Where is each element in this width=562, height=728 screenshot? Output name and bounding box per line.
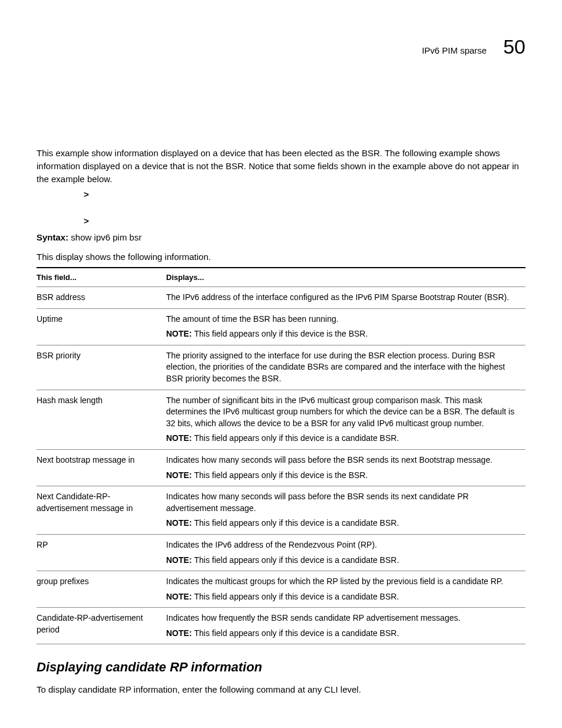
note-label: NOTE: (166, 518, 194, 528)
table-row: BSR priorityThe priority assigned to the… (37, 345, 525, 390)
running-header: IPv6 PIM sparse (422, 45, 487, 55)
syntax-line: Syntax: show ipv6 pim bsr (37, 232, 525, 242)
field-description: Indicates how many seconds will pass bef… (166, 486, 525, 535)
field-description: Indicates how frequently the BSR sends c… (166, 608, 525, 644)
field-description: The amount of time the BSR has been runn… (166, 308, 525, 345)
table-row: BSR addressThe IPv6 address of the inter… (37, 287, 525, 309)
table-row: group prefixesIndicates the multicast gr… (37, 571, 525, 608)
note-text: This field appears only if this device i… (194, 592, 399, 601)
description-text: The amount of time the BSR has been runn… (166, 314, 520, 325)
note-line: NOTE: This field appears only if this de… (166, 470, 520, 482)
note-label: NOTE: (166, 329, 194, 338)
syntax-command: show ipv6 pim bsr (71, 232, 141, 242)
field-description: The priority assigned to the interface f… (166, 345, 525, 390)
col-header-field: This field... (37, 268, 166, 287)
description-text: The priority assigned to the interface f… (166, 350, 520, 385)
intro-paragraph: This example show information displayed … (37, 147, 525, 185)
page-number: 50 (503, 35, 525, 58)
note-text: This field appears only if this device i… (194, 518, 399, 528)
description-text: The number of significant bits in the IP… (166, 395, 520, 430)
field-name: Uptime (37, 308, 166, 345)
table-row: Hash mask lengthThe number of significan… (37, 390, 525, 449)
field-name: RP (37, 534, 166, 571)
note-line: NOTE: This field appears only if this de… (166, 433, 520, 444)
note-text: This field appears only if this device i… (194, 470, 368, 480)
page: IPv6 PIM sparse 50 This example show inf… (0, 0, 562, 728)
note-line: NOTE: This field appears only if this de… (166, 555, 520, 566)
field-name: BSR priority (37, 345, 166, 390)
field-name: Hash mask length (37, 390, 166, 449)
description-text: Indicates the IPv6 address of the Rendez… (166, 539, 520, 551)
table-row: UptimeThe amount of time the BSR has bee… (37, 308, 525, 345)
field-name: Next Candidate-RP-advertisement message … (37, 486, 166, 535)
note-text: This field appears only if this device i… (194, 329, 368, 338)
fields-table: This field... Displays... BSR addressThe… (37, 267, 525, 644)
table-row: Next Candidate-RP-advertisement message … (37, 486, 525, 535)
note-label: NOTE: (166, 592, 194, 601)
table-intro: This display shows the following informa… (37, 251, 525, 263)
description-text: Indicates the multicast groups for which… (166, 576, 520, 588)
field-description: The IPv6 address of the interface config… (166, 287, 525, 309)
field-name: Candidate-RP-advertisement period (37, 608, 166, 644)
description-text: The IPv6 address of the interface config… (166, 292, 520, 304)
description-text: Indicates how frequently the BSR sends c… (166, 612, 520, 624)
description-text: Indicates how many seconds will pass bef… (166, 491, 520, 514)
note-text: This field appears only if this device i… (194, 433, 399, 443)
syntax-label: Syntax: (37, 232, 68, 242)
note-label: NOTE: (166, 628, 194, 638)
note-line: NOTE: This field appears only if this de… (166, 591, 520, 603)
note-label: NOTE: (166, 555, 194, 565)
note-line: NOTE: This field appears only if this de… (166, 518, 520, 529)
field-description: Indicates the IPv6 address of the Rendez… (166, 534, 525, 571)
description-text: Indicates how many seconds will pass bef… (166, 454, 520, 466)
col-header-displays: Displays... (166, 268, 525, 287)
note-line: NOTE: This field appears only if this de… (166, 628, 520, 640)
cli-output-block: > > (84, 191, 525, 226)
table-row: Next bootstrap message inIndicates how m… (37, 449, 525, 486)
note-text: This field appears only if this device i… (194, 555, 399, 565)
field-name: Next bootstrap message in (37, 449, 166, 486)
field-name: BSR address (37, 287, 166, 309)
page-header: IPv6 PIM sparse 50 (37, 35, 525, 58)
table-row: Candidate-RP-advertisement periodIndicat… (37, 608, 525, 644)
field-description: The number of significant bits in the IP… (166, 390, 525, 449)
note-label: NOTE: (166, 470, 194, 480)
note-label: NOTE: (166, 433, 194, 443)
field-description: Indicates the multicast groups for which… (166, 571, 525, 608)
field-description: Indicates how many seconds will pass bef… (166, 449, 525, 486)
table-row: RPIndicates the IPv6 address of the Rend… (37, 534, 525, 571)
field-name: group prefixes (37, 571, 166, 608)
section-body: To display candidate RP information, ent… (37, 683, 525, 696)
section-heading: Displaying candidate RP information (37, 660, 525, 675)
note-line: NOTE: This field appears only if this de… (166, 328, 520, 340)
note-text: This field appears only if this device i… (194, 628, 399, 638)
